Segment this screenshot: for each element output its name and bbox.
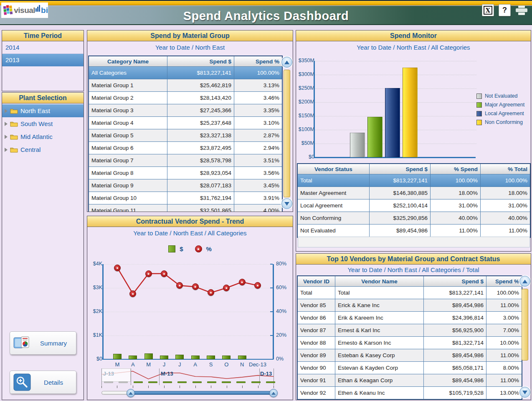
help-icon[interactable]: ? xyxy=(499,4,511,16)
scrollbar-thumb[interactable] xyxy=(284,70,290,197)
line-data-point[interactable]: ★ xyxy=(239,279,246,285)
column-header[interactable]: Spend $ xyxy=(370,164,431,174)
vendor-status-row[interactable]: Total$813,227,141100.00%100.00% xyxy=(298,174,530,187)
legend-entry: Local Agreement xyxy=(476,111,524,116)
vendor-row[interactable]: Vendor 86Erik & Kareem Inc$24,396,8143.0… xyxy=(298,312,522,324)
column-header[interactable]: % Spend xyxy=(431,164,481,174)
vendor-status-row[interactable]: Not Evaluated$89,454,98611.00%11.00% xyxy=(298,224,530,237)
column-header[interactable]: Vendor ID xyxy=(298,276,335,287)
vendor-status-row[interactable]: Non Conforming$325,290,85640.00%40.00% xyxy=(298,212,530,224)
table-header-row: Vendor StatusSpend $% Spend% Total xyxy=(298,164,530,174)
bar-non-conforming[interactable] xyxy=(403,68,418,157)
slider-handle-left[interactable] xyxy=(127,389,135,397)
line-data-point[interactable]: ★ xyxy=(114,265,121,271)
column-header[interactable]: Spend $ xyxy=(424,276,486,287)
scroll-down-button[interactable] xyxy=(519,387,530,398)
bar-local-agreement[interactable] xyxy=(385,88,400,157)
line-data-point[interactable]: ★ xyxy=(192,283,199,290)
scroll-down-button[interactable] xyxy=(281,198,292,209)
overview-bar-dash xyxy=(119,381,128,383)
vendor-row[interactable]: Vendor 87Ernest & Karl Inc$56,925,9007.0… xyxy=(298,324,522,337)
details-button[interactable]: Details xyxy=(10,371,76,394)
line-data-point[interactable]: ★ xyxy=(161,270,167,277)
trend-legend: $ ★ % xyxy=(87,245,293,252)
table-cell: 40.00% xyxy=(481,212,530,224)
column-header[interactable]: Spend $ xyxy=(167,56,234,67)
column-header[interactable]: Vendor Status xyxy=(298,164,370,174)
table-cell: 11.00% xyxy=(486,299,522,312)
table-cell: Non Conforming xyxy=(298,212,370,224)
table-cell: 18.00% xyxy=(481,187,530,199)
material-group-row[interactable]: Material Group 10$31,762,1943.91% xyxy=(89,192,282,204)
plant-item-north-east[interactable]: North East xyxy=(2,104,84,117)
vendor-row[interactable]: Vendor 91Ethan & Keagan Corp$89,454,9861… xyxy=(298,374,522,387)
vendor-status-row[interactable]: Local Agreement$252,100,41431.00%31.00% xyxy=(298,199,530,212)
bar-major-agreement[interactable] xyxy=(367,117,383,157)
vendor-row[interactable]: Vendor 89Esteban & Kasey Corp$89,454,986… xyxy=(298,349,522,362)
summary-report-icon xyxy=(13,335,31,351)
material-group-row[interactable]: Material Group 1$25,462,8193.13% xyxy=(89,79,282,92)
overview-bar-dash xyxy=(177,381,187,383)
table-cell: Erick & Kane Inc xyxy=(335,299,424,312)
folder-icon xyxy=(10,121,18,127)
column-header[interactable]: Category Name xyxy=(89,56,167,67)
print-icon[interactable] xyxy=(515,5,528,16)
scroll-up-button[interactable] xyxy=(519,276,530,287)
vendor-status-row[interactable]: Master Agreement$146,380,88518.00%18.00% xyxy=(298,187,530,199)
overview-tick xyxy=(180,386,180,388)
material-group-row[interactable]: Material Group 6$23,872,4952.94% xyxy=(89,142,282,154)
expand-arrow-icon[interactable] xyxy=(5,109,8,113)
expand-arrow-icon[interactable] xyxy=(5,148,8,152)
table-cell: 31.00% xyxy=(481,199,530,212)
material-group-row[interactable]: Material Group 9$28,077,1833.45% xyxy=(89,179,282,192)
slider-track-selected[interactable] xyxy=(131,391,276,395)
slider-handle-right[interactable] xyxy=(269,389,278,397)
summary-button[interactable]: Summary xyxy=(10,331,76,355)
material-group-row[interactable]: Material Group 5$23,327,1382.87% xyxy=(89,129,282,142)
plant-item-mid-atlantic[interactable]: Mid Atlantic xyxy=(2,130,84,143)
vendor-row[interactable]: Vendor 88Ernesto & Karson Inc$81,322,714… xyxy=(298,337,522,349)
column-header[interactable]: Vendor Name xyxy=(335,276,424,287)
column-header[interactable]: Spend % xyxy=(486,276,522,287)
plant-item-south-west[interactable]: South West xyxy=(2,117,84,130)
material-group-row[interactable]: Material Group 8$28,923,0543.56% xyxy=(89,167,282,179)
time-period-item-2014[interactable]: 2014 xyxy=(2,41,84,54)
material-group-row[interactable]: All Categories$813,227,141100.00% xyxy=(89,67,282,79)
expand-arrow-icon[interactable] xyxy=(5,135,8,139)
excel-export-icon[interactable]: X xyxy=(482,4,494,16)
legend-entry: Major Agreement xyxy=(476,102,524,108)
table-cell: Ethen & Keanu Inc xyxy=(335,387,424,399)
table-cell: 3.10% xyxy=(234,117,282,129)
scrollbar-thumb[interactable] xyxy=(522,289,528,361)
material-group-row[interactable]: Material Group 11$32,501,8654.00% xyxy=(89,204,282,212)
table-cell: 31.00% xyxy=(431,199,481,212)
bar-not-evaluated[interactable] xyxy=(350,133,365,157)
line-data-point[interactable]: ★ xyxy=(145,270,152,277)
table-cell: Material Group 11 xyxy=(89,204,167,212)
column-header[interactable]: % Total xyxy=(481,164,530,174)
material-group-row[interactable]: Material Group 3$27,245,3663.35% xyxy=(89,104,282,117)
vendor-row[interactable]: Vendor 92Ethen & Keanu Inc$105,719,52813… xyxy=(298,387,522,399)
vendor-row[interactable]: TotalTotal$813,227,141100.00% xyxy=(298,287,522,299)
plant-item-label: North East xyxy=(20,107,50,114)
table-cell: Ethan & Keagan Corp xyxy=(335,374,424,387)
table-cell: 2.87% xyxy=(234,129,282,142)
plant-selection-title: Plant Selection xyxy=(2,93,84,103)
top-vendors-title: Top 10 Vendors by Material Group and Con… xyxy=(296,254,531,265)
time-period-item-2013[interactable]: 2013 xyxy=(2,54,84,66)
column-header[interactable]: Spend % xyxy=(234,56,282,67)
table-cell: $31,762,194 xyxy=(167,192,234,204)
vendor-row[interactable]: Vendor 90Estevan & Kayden Corp$65,058,17… xyxy=(298,362,522,374)
table-cell: $89,454,986 xyxy=(424,299,486,312)
scroll-up-button[interactable] xyxy=(281,57,292,68)
table-cell: Vendor 89 xyxy=(298,349,335,362)
overview-tick xyxy=(133,386,133,388)
material-group-row[interactable]: Material Group 4$25,237,6483.10% xyxy=(89,117,282,129)
expand-arrow-icon[interactable] xyxy=(5,122,8,126)
material-group-row[interactable]: Material Group 7$28,578,7983.51% xyxy=(89,154,282,167)
vendor-row[interactable]: Vendor 85Erick & Kane Inc$89,454,98611.0… xyxy=(298,299,522,312)
plant-item-central[interactable]: Central xyxy=(2,143,84,156)
y-axis-right-line xyxy=(273,264,274,359)
material-group-row[interactable]: Material Group 2$28,143,4203.46% xyxy=(89,92,282,104)
percent-series-legend-icon: ★ xyxy=(195,245,202,252)
